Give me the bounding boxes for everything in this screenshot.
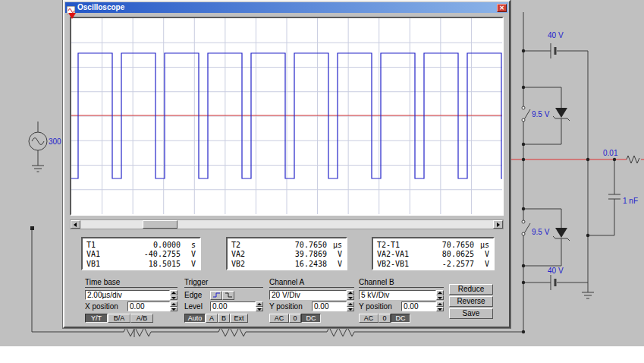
ac-source[interactable] — [29, 132, 47, 150]
spinner-down-button[interactable] — [436, 295, 444, 301]
trigger-ext-button[interactable]: Ext — [230, 314, 248, 323]
channel-b-ac-button[interactable]: AC — [359, 314, 379, 323]
channel-b-y-label: Y position — [359, 302, 401, 311]
spinner-arrows — [170, 301, 177, 311]
spinner-down-button[interactable] — [347, 307, 354, 312]
edge-label: Edge — [184, 291, 210, 299]
zener-top-label: 9.5 V — [532, 110, 550, 118]
spinner-down-button[interactable] — [436, 307, 444, 312]
readout-row: VB1 18.5015 V — [86, 259, 196, 269]
workspace: 300 40 V 9.5 V 0.01 1 nF 9.5 V 40 V Osci… — [0, 0, 644, 363]
timebase-heading: Time base — [85, 278, 177, 288]
spinner-arrows — [436, 290, 444, 300]
readout-label: T1 — [86, 241, 127, 249]
resistor-icon[interactable] — [121, 327, 153, 336]
save-button[interactable]: Save — [449, 308, 493, 319]
close-button[interactable]: ✕ — [497, 4, 507, 12]
readout-label: T2 — [231, 241, 272, 249]
arrow-down-icon — [348, 308, 353, 311]
yt-mode-button[interactable]: Y/T — [85, 314, 108, 323]
trigger-a-button[interactable]: A — [206, 314, 218, 323]
readout-value: 70.7650 — [272, 241, 327, 249]
readout-value: 70.7650 — [418, 241, 474, 249]
zener-bottom-label: 9.5 V — [532, 228, 550, 236]
ba-mode-button[interactable]: B/A — [108, 314, 130, 323]
channel-a-zero-button[interactable]: 0 — [289, 314, 301, 323]
channel-a-dc-button[interactable]: DC — [301, 314, 321, 323]
readout-unit: µs — [474, 241, 489, 249]
spinner-down-button[interactable] — [170, 295, 177, 301]
scroll-left-button[interactable] — [71, 220, 80, 229]
timebase-scale-spinner[interactable]: 2.00µs/div — [85, 290, 177, 300]
capacitor-icon[interactable] — [588, 159, 620, 235]
readout-label: T2-T1 — [377, 241, 418, 249]
scroll-right-button[interactable] — [493, 220, 503, 229]
channel-a-ac-button[interactable]: AC — [269, 314, 289, 323]
readout-unit: V — [181, 260, 196, 268]
readout-value: 80.0625 — [418, 250, 474, 258]
resistor-icon[interactable] — [627, 156, 639, 163]
channel-a-y-value[interactable]: 0.00 — [312, 301, 347, 311]
edge-rising-button[interactable] — [210, 291, 222, 300]
spinner-arrows — [170, 290, 177, 300]
switch-icon[interactable] — [523, 109, 530, 235]
channel-b-scale-spinner[interactable]: 5 kV/Div — [359, 290, 444, 300]
readout-unit: s — [181, 241, 196, 249]
readout-label: VA2 — [231, 250, 272, 258]
channel-a-y-spinner[interactable]: 0.00 — [312, 301, 354, 311]
scope-display[interactable] — [70, 17, 504, 216]
timebase-scale-value[interactable]: 2.00µs/div — [85, 290, 170, 300]
trigger-b-button[interactable]: B — [218, 314, 230, 323]
readout-box-t1: T1 0.0000 s VA1 -40.2755 V VB1 18.5015 V — [81, 237, 201, 270]
reverse-button[interactable]: Reverse — [449, 296, 493, 307]
channel-a-heading: Channel A — [269, 278, 354, 288]
channel-a-group: Channel A 20 V/Div Y position 0.00 — [269, 278, 354, 323]
channel-b-dc-button[interactable]: DC — [391, 314, 410, 323]
horizontal-scrollbar[interactable] — [70, 219, 504, 229]
spinner-down-button[interactable] — [256, 307, 263, 312]
channel-a-scale-spinner[interactable]: 20 V/Div — [269, 290, 354, 300]
readout-row: T2-T1 70.7650 µs — [377, 240, 489, 250]
arrow-down-icon — [171, 297, 176, 299]
readout-label: VA1 — [86, 250, 127, 258]
x-position-value[interactable]: 0.00 — [127, 301, 170, 311]
channel-a-scale-value[interactable]: 20 V/Div — [269, 290, 347, 300]
trigger-level-value[interactable]: 0.00 — [210, 301, 256, 311]
window-titlebar[interactable]: Oscilloscope ✕ — [65, 2, 508, 13]
channel-b-y-spinner[interactable]: 0.00 — [401, 301, 444, 311]
channel-b-zero-button[interactable]: 0 — [379, 314, 391, 323]
arrow-up-icon — [348, 292, 353, 294]
channel-b-y-value[interactable]: 0.00 — [401, 301, 436, 311]
readout-row: VA2 39.7869 V — [231, 250, 342, 260]
scroll-right-icon — [497, 223, 500, 227]
spinner-down-button[interactable] — [347, 295, 354, 301]
arrow-down-icon — [438, 297, 442, 299]
source-label: 300 — [49, 137, 61, 146]
arrow-down-icon — [348, 297, 353, 299]
scroll-left-icon — [74, 223, 77, 227]
readout-value: 0.0000 — [127, 241, 181, 249]
channel-b-heading: Channel B — [359, 278, 444, 288]
readout-label: VB2-VB1 — [377, 260, 418, 268]
cursor-1-marker[interactable] — [68, 13, 76, 19]
oscilloscope-window[interactable]: Oscilloscope ✕ T1 0.0000 s VA1 -40.2755 … — [63, 0, 510, 328]
x-position-spinner[interactable]: 0.00 — [127, 301, 177, 311]
readout-unit: µs — [327, 241, 342, 249]
edge-falling-button[interactable] — [222, 291, 234, 300]
reduce-button[interactable]: Reduce — [449, 284, 493, 295]
channel-b-group: Channel B 5 kV/Div Y position 0.00 — [359, 278, 444, 323]
resistor-icon[interactable] — [325, 327, 357, 336]
channel-a-y-label: Y position — [269, 302, 312, 311]
resistor-icon[interactable] — [216, 327, 248, 336]
spinner-down-button[interactable] — [170, 307, 177, 312]
timebase-group: Time base 2.00µs/div X position 0.00 — [85, 278, 177, 323]
readout-unit: V — [327, 260, 342, 268]
trigger-level-spinner[interactable]: 0.00 — [210, 301, 263, 311]
scrollbar-thumb[interactable] — [143, 220, 177, 229]
window-title: Oscilloscope — [77, 3, 124, 12]
cap-right-label: 0.01 — [603, 149, 618, 157]
trigger-auto-button[interactable]: Auto — [184, 314, 206, 323]
channel-b-scale-value[interactable]: 5 kV/Div — [359, 290, 436, 300]
ab-mode-button[interactable]: A/B — [130, 314, 153, 323]
level-label: Level — [184, 302, 210, 311]
